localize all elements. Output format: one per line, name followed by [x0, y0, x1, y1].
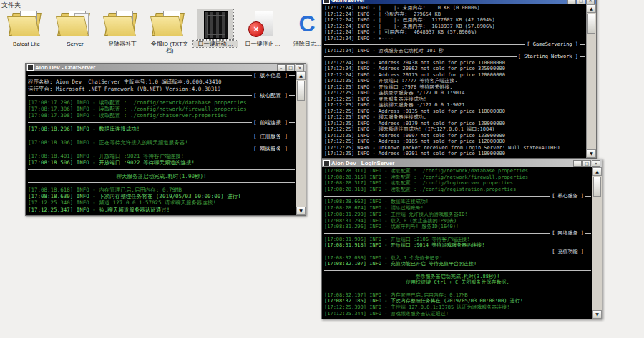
- log-line: [17:08:28.315] INFO - 读取配置 : ./config/ne…: [324, 174, 591, 181]
- close-button[interactable]: ×: [296, 64, 304, 71]
- scroll-down-icon[interactable]: ▼: [587, 149, 596, 158]
- minimize-button[interactable]: -: [573, 160, 582, 167]
- close-button[interactable]: ×: [586, 0, 595, 4]
- log-line: [17:08:28.311] INFO - 读取配置 : ./config/ne…: [324, 168, 591, 174]
- desktop-icon-one-click-stop[interactable]: × 口一键停止 ...: [240, 9, 285, 47]
- maximize-button[interactable]: □: [577, 0, 585, 4]
- log-line: [17:08:32.107] INFO - 充值功能已开启 等待充值平台的连接!: [324, 261, 591, 267]
- separator-line: [ 核心配置 ]: [28, 92, 295, 99]
- log-line: [17:12:25] INFO - 开放端口 :7777 等待客户端连接.: [324, 78, 585, 84]
- scroll-thumb[interactable]: [297, 81, 305, 101]
- banner-line: 聊天服务器启动完成.耗时(1.90秒)!: [28, 173, 295, 179]
- desktop-icon-launcher-patch[interactable]: 登陆器补丁: [100, 9, 145, 47]
- maximize-button[interactable]: □: [286, 64, 295, 71]
- scroll-up-icon[interactable]: ▲: [592, 167, 602, 176]
- desktop-icon-server[interactable]: Server: [53, 9, 97, 47]
- scroll-thumb[interactable]: [587, 14, 595, 34]
- log-line: [17:08:31.294] INFO - 载入 0 (禁止连接的IP列表): [324, 218, 591, 224]
- desktop-icon-label: 登陆器补丁: [100, 41, 145, 47]
- log-line: [17:08:28.674] INFO - 清除过期账号!: [324, 205, 591, 212]
- log-line: [17:12:24] INFO - | |- 未用内存: 1618937 KB …: [324, 24, 585, 30]
- separator-line: [ 充值功能 ]: [324, 249, 591, 255]
- scroll-thumb[interactable]: [593, 177, 601, 197]
- log-line: [17:12:24] INFO - | 可用内存: 4648937 KB (57…: [324, 29, 585, 36]
- log-line: [17:12:25] INFO - 连接聊天服务器 :/127.0.0.1:90…: [324, 102, 585, 109]
- log-line: [17:12:25] INFO - Address :0135 not sold…: [324, 109, 585, 115]
- loginserver-window: Aion Dev - LoginServer - □ × [17:08:28.3…: [321, 159, 602, 319]
- log-line: [17:12:24] INFO - Address 20175 not sold…: [324, 72, 585, 79]
- window-title: Aion Dev - LoginServer: [331, 160, 394, 166]
- separator-line: [ 前端连接 ]: [28, 119, 295, 126]
- desktop-icon-label: 全服ID (TXT文 档): [147, 41, 192, 54]
- gameserver-window: GameServer - □ × [17:12:24] INFO - | |- …: [321, 0, 597, 159]
- log-line: [17:12:25] INFO - 聊天频道注册成功! (IP:127.0.0.…: [324, 126, 585, 133]
- maximize-button[interactable]: □: [582, 160, 591, 167]
- stop-icon: ×: [245, 9, 280, 39]
- log-line: [17:12:25.340] INFO - 频道 127.0.0.1:57025…: [28, 199, 295, 206]
- console-output: [ 版本信息 ]程序名称: Aion Dev ChatServer 主版本号:1…: [26, 71, 296, 215]
- folder-icon: [104, 9, 140, 39]
- console-app-icon: [323, 160, 330, 166]
- folder-icon: [152, 9, 187, 39]
- log-line: [17:12:25.347] INFO - 验.聊天频道服务器认证通过!: [28, 207, 295, 213]
- scroll-down-icon[interactable]: ▼: [296, 207, 306, 215]
- scrollbar[interactable]: ▲ ▼: [296, 71, 306, 215]
- desktop-icon-label: 口一键启动 ...: [193, 41, 238, 47]
- log-line: [17:12:24] INFO - Address 20862 not sold…: [324, 66, 585, 72]
- scroll-up-icon[interactable]: ▲: [587, 4, 596, 13]
- log-line: [17:12:24] INFO - | |- 未用内存: 0 KB (0.000…: [324, 5, 585, 11]
- minimize-button[interactable]: -: [277, 64, 286, 71]
- desktop-icon-label: Batcat Lite: [4, 41, 49, 47]
- separator-line: [ 网络服务 ]: [28, 146, 295, 152]
- log-line: [17:12:25.390] INFO - 主控端 127.0.0.1:1378…: [324, 304, 591, 311]
- console-output: [17:12:24] INFO - | |- 未用内存: 0 KB (0.000…: [322, 4, 587, 158]
- log-line: [17:12:24] INFO - +----: [324, 36, 585, 42]
- separator-line: [ Starting Network ]: [324, 54, 585, 60]
- folder-icon: [57, 9, 93, 39]
- separator-line: [324, 286, 591, 292]
- desktop-icon-one-click-start[interactable]: 口一键启动 ...: [193, 9, 238, 47]
- log-line: [17:08:17.296] INFO - 读取配置 : ./config/ne…: [28, 99, 295, 106]
- log-line: [17:12:25] INFO - Address :0179 not sold…: [324, 121, 585, 127]
- minimize-button[interactable]: -: [567, 0, 576, 4]
- log-line: [17:12:25] INFO - 聊天服务器连接成功.: [324, 114, 585, 121]
- log-line: [17:08:28.662] INFO - 数据库连接成功!: [324, 199, 591, 205]
- log-line: [17:08:32.185] INFO - 下次内存整理任务将在 (2019/0…: [324, 298, 591, 304]
- console-app-icon: [27, 64, 34, 71]
- info-line: 运行平台: Microsoft .NET Framework (VB.NET) …: [28, 86, 295, 92]
- log-line: [17:12:24] INFO - | 分配内存: 279654 KB: [324, 11, 585, 18]
- batch-file-icon: [197, 9, 233, 39]
- loginserver-titlebar[interactable]: Aion Dev - LoginServer - □ ×: [322, 159, 602, 167]
- close-button[interactable]: ×: [592, 160, 600, 167]
- separator-line: [ 注册服务 ]: [28, 133, 295, 139]
- banner-line: 使用快捷键 Ctrl + C 关闭服务并保存数据.: [324, 279, 591, 286]
- log-line: [17:12:24] INFO - Address 20438 not sold…: [324, 60, 585, 66]
- window-title: GameServer: [331, 0, 365, 4]
- log-line: [17:12:25.344] INFO - 游戏频道服务器认证通过!: [324, 311, 591, 317]
- separator-line: [28, 179, 295, 186]
- log-line: [17:08:18.401] INFO - 开放端口 :9021 等待客户端连接…: [28, 153, 295, 159]
- log-line: [17:12:24] INFO - | |- 已用内存: 1177607 KB …: [324, 17, 585, 24]
- desktop-icon-all-ids-txt[interactable]: 全服ID (TXT文 档): [147, 9, 192, 54]
- console-app-icon: [323, 0, 330, 4]
- scroll-up-icon[interactable]: ▲: [296, 71, 306, 80]
- chatserver-titlebar[interactable]: Aion Dev - ChatServer - □ ×: [26, 64, 306, 71]
- scrollbar[interactable]: ▲ ▼: [592, 167, 602, 319]
- separator-line: [ 网络服务 ]: [324, 230, 591, 237]
- scroll-down-icon[interactable]: ▼: [592, 310, 602, 319]
- log-line: [17:08:31.918] INFO - 开放端口 :9014 等待游戏服务器…: [324, 242, 591, 249]
- desktop-icon-label: 口一键停止 ...: [240, 41, 285, 47]
- separator-line: [ 核心服务 ]: [324, 193, 591, 199]
- desktop-icon-label: Server: [53, 41, 97, 47]
- separator-line: [ 版本信息 ]: [28, 72, 295, 79]
- scrollbar[interactable]: ▲ ▼: [586, 4, 596, 158]
- log-line: [17:08:18.306] INFO - 正在等待允许接入的聊天频道服务器!: [28, 139, 295, 146]
- log-line: [17:08:31.290] INFO - 主控端 允许接入的游戏服务器ID!: [324, 212, 591, 218]
- log-line: [17:12:24] INFO - 游戏服务器启动耗时 101 秒: [324, 48, 585, 54]
- desktop-icon-batcat-lite[interactable]: Batcat Lite: [4, 9, 49, 47]
- log-line: [17:12:25] INFO - 登录服务器连接成功!: [324, 96, 585, 103]
- separator-line: [324, 267, 591, 274]
- log-line: [17:08:31.906] INFO - 开放端口 :2106 等待客户端连接…: [324, 237, 591, 243]
- log-line: [17:08:28.317] INFO - 读取配置 : ./config/lo…: [324, 180, 591, 187]
- window-title: Aion Dev - ChatServer: [35, 64, 95, 71]
